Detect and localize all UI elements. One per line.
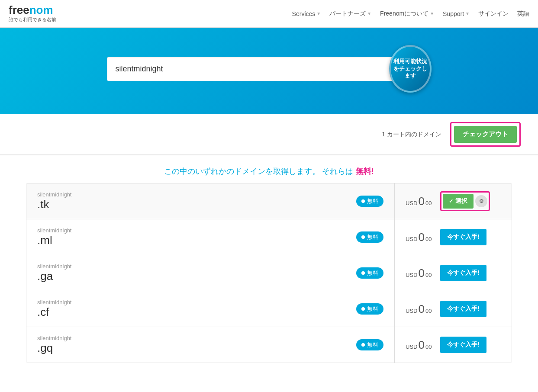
domain-subdomain: silentmidnight xyxy=(37,227,72,234)
domain-left: silentmidnight .ga 無料 xyxy=(26,255,395,291)
domain-name-area: silentmidnight .tk xyxy=(37,191,72,211)
domain-subdomain: silentmidnight xyxy=(37,263,72,270)
logo-tagline: 誰でも利用できる名前 xyxy=(9,16,56,23)
nav-support[interactable]: Support ▼ xyxy=(443,10,470,17)
checkout-button[interactable]: チェックアウト xyxy=(454,126,517,143)
domain-list: silentmidnight .tk 無料 USD 0 00 ✓ 選択 xyxy=(26,183,512,363)
promo-main: この中のいずれかのドメインを取得します。 それらは xyxy=(164,167,353,176)
get-now-button[interactable]: 今すぐ入手! xyxy=(440,229,486,245)
price-currency: USD xyxy=(406,272,417,278)
checkout-wrapper: チェックアウト xyxy=(450,122,521,147)
search-container: 利用可能状況をチェックします xyxy=(107,45,432,93)
price-currency: USD xyxy=(406,236,417,242)
free-badge-dot xyxy=(361,307,365,311)
domain-price: USD 0 00 xyxy=(406,302,432,316)
domain-price: USD 0 00 xyxy=(406,195,432,208)
nav-services-label: Services xyxy=(292,10,316,17)
signin-button[interactable]: サインイン xyxy=(478,10,509,18)
search-input[interactable] xyxy=(107,57,394,81)
promo-free: 無料! xyxy=(356,167,374,176)
free-badge: 無料 xyxy=(356,339,383,350)
free-badge-dot xyxy=(361,271,365,275)
get-now-button[interactable]: 今すぐ入手! xyxy=(440,301,486,317)
domain-extension: .gq xyxy=(37,341,72,355)
domain-left: silentmidnight .ml 無料 xyxy=(26,219,395,255)
promo-text: この中のいずれかのドメインを取得します。 それらは 無料! xyxy=(0,155,538,183)
price-amount: 0 xyxy=(418,338,424,352)
settings-icon-button[interactable]: ⚙ xyxy=(475,195,487,207)
logo[interactable]: freenom 誰でも利用できる名前 xyxy=(9,4,56,23)
domain-name-area: silentmidnight .ga xyxy=(37,263,72,283)
nav-partners-label: パートナーズ xyxy=(329,10,366,18)
domain-right: USD 0 00 今すぐ入手! xyxy=(395,329,512,361)
domain-subdomain: silentmidnight xyxy=(37,335,72,341)
chevron-down-icon: ▼ xyxy=(430,11,434,16)
domain-left: silentmidnight .gq 無料 xyxy=(26,327,395,363)
chevron-down-icon: ▼ xyxy=(465,11,470,16)
domain-row: silentmidnight .cf 無料 USD 0 00 今すぐ入手! xyxy=(26,291,512,327)
domain-name-area: silentmidnight .gq xyxy=(37,335,72,355)
price-currency: USD xyxy=(406,308,417,314)
price-currency: USD xyxy=(406,344,417,350)
get-now-button[interactable]: 今すぐ入手! xyxy=(440,265,486,281)
domain-name-area: silentmidnight .cf xyxy=(37,299,72,319)
logo-free-text: free xyxy=(9,3,29,16)
price-cents: 00 xyxy=(425,200,432,206)
domain-left: silentmidnight .cf 無料 xyxy=(26,291,395,327)
domain-right: USD 0 00 今すぐ入手! xyxy=(395,257,512,289)
domain-extension: .ml xyxy=(37,234,72,247)
domain-subdomain: silentmidnight xyxy=(37,299,72,305)
price-cents: 00 xyxy=(425,344,432,350)
price-currency: USD xyxy=(406,200,417,206)
main-nav: Services ▼ パートナーズ ▼ Freenomについて ▼ Suppor… xyxy=(292,10,529,18)
price-cents: 00 xyxy=(425,308,432,314)
search-availability-button[interactable]: 利用可能状況をチェックします xyxy=(389,45,431,93)
free-label: 無料 xyxy=(367,197,378,205)
free-label: 無料 xyxy=(367,341,378,349)
cart-bar: 1 カート内のドメイン チェックアウト xyxy=(0,114,538,155)
domain-row: silentmidnight .ga 無料 USD 0 00 今すぐ入手! xyxy=(26,255,512,291)
nav-about-label: Freenomについて xyxy=(380,10,428,18)
domain-left: silentmidnight .tk 無料 xyxy=(26,183,395,219)
selected-label: 選択 xyxy=(455,197,467,205)
site-header: freenom 誰でも利用できる名前 Services ▼ パートナーズ ▼ F… xyxy=(0,0,538,28)
price-amount: 0 xyxy=(418,231,424,244)
domain-extension: .tk xyxy=(37,198,72,211)
chevron-down-icon: ▼ xyxy=(316,11,321,16)
domain-name-area: silentmidnight .ml xyxy=(37,227,72,247)
domain-right: USD 0 00 今すぐ入手! xyxy=(395,221,512,253)
free-badge: 無料 xyxy=(356,303,383,315)
search-section: 利用可能状況をチェックします xyxy=(0,28,538,114)
language-selector[interactable]: 英語 xyxy=(517,10,529,18)
nav-partners[interactable]: パートナーズ ▼ xyxy=(329,10,371,18)
free-badge: 無料 xyxy=(356,231,383,243)
price-amount: 0 xyxy=(418,267,424,280)
price-cents: 00 xyxy=(425,236,432,242)
price-amount: 0 xyxy=(418,195,424,208)
domain-price: USD 0 00 xyxy=(406,338,432,352)
free-badge-dot xyxy=(361,235,365,239)
nav-services[interactable]: Services ▼ xyxy=(292,10,321,17)
domain-right: USD 0 00 ✓ 選択 ⚙ xyxy=(395,183,512,219)
logo-nom-text: nom xyxy=(29,3,53,16)
selected-button[interactable]: ✓ 選択 xyxy=(443,194,474,209)
price-amount: 0 xyxy=(418,302,424,316)
free-label: 無料 xyxy=(367,269,378,277)
cart-info-label: 1 カート内のドメイン xyxy=(382,131,441,138)
domain-price: USD 0 00 xyxy=(406,267,432,280)
nav-support-label: Support xyxy=(443,10,464,17)
free-label: 無料 xyxy=(367,233,378,241)
free-badge: 無料 xyxy=(356,196,383,207)
domain-row: silentmidnight .gq 無料 USD 0 00 今すぐ入手! xyxy=(26,327,512,363)
price-cents: 00 xyxy=(425,272,432,278)
nav-about[interactable]: Freenomについて ▼ xyxy=(380,10,434,18)
free-badge-dot xyxy=(361,199,365,203)
free-label: 無料 xyxy=(367,305,378,313)
domain-subdomain: silentmidnight xyxy=(37,191,72,198)
domain-price: USD 0 00 xyxy=(406,231,432,244)
domain-extension: .ga xyxy=(37,270,72,283)
checkmark-icon: ✓ xyxy=(449,198,453,204)
get-now-button[interactable]: 今すぐ入手! xyxy=(440,337,486,353)
free-badge: 無料 xyxy=(356,267,383,279)
selected-wrapper: ✓ 選択 ⚙ xyxy=(440,191,490,211)
